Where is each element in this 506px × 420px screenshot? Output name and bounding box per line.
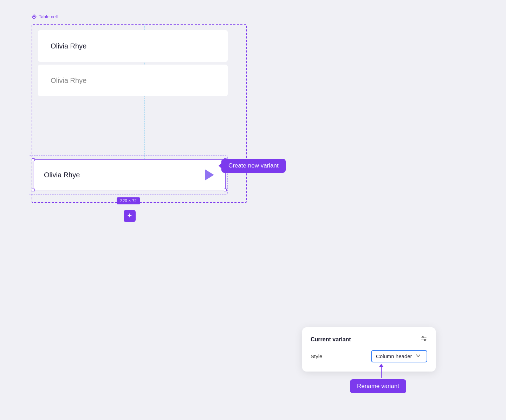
row-3-text: Olivia Rhye bbox=[44, 171, 80, 179]
selected-row[interactable]: Olivia Rhye bbox=[33, 159, 226, 190]
svg-rect-1 bbox=[33, 15, 35, 18]
rename-variant-tooltip: Rename variant bbox=[350, 379, 406, 393]
diamond-icon bbox=[32, 14, 37, 19]
canvas-area: Table cell Olivia Rhye Olivia Rhye Olivi… bbox=[32, 24, 257, 228]
variant-panel: Current variant Style Column header bbox=[302, 327, 436, 372]
play-icon bbox=[205, 169, 214, 181]
handle-bottom-left[interactable] bbox=[32, 189, 35, 191]
row-2-text: Olivia Rhye bbox=[51, 77, 86, 85]
variant-panel-title: Current variant bbox=[311, 336, 351, 343]
arrow-head-icon bbox=[379, 364, 384, 367]
svg-point-5 bbox=[424, 339, 426, 341]
create-variant-tooltip: Create new variant bbox=[221, 159, 286, 173]
add-button[interactable]: + bbox=[124, 210, 136, 222]
style-dropdown-value: Column header bbox=[376, 353, 412, 359]
arrow-line bbox=[381, 367, 382, 378]
sliders-icon[interactable] bbox=[420, 335, 427, 344]
table-row-1: Olivia Rhye bbox=[38, 30, 228, 62]
table-rows: Olivia Rhye Olivia Rhye bbox=[38, 30, 240, 96]
svg-point-3 bbox=[422, 336, 423, 338]
table-row-2: Olivia Rhye bbox=[38, 65, 228, 96]
dimension-badge: 320 × 72 bbox=[117, 197, 140, 204]
variant-style-row: Style Column header bbox=[311, 350, 427, 362]
chevron-down-icon bbox=[416, 353, 421, 359]
table-cell-label: Table cell bbox=[32, 14, 58, 19]
handle-top-left[interactable] bbox=[32, 158, 35, 161]
selected-row-wrapper[interactable]: Olivia Rhye bbox=[33, 159, 226, 190]
variant-panel-header: Current variant bbox=[311, 335, 427, 344]
style-dropdown[interactable]: Column header bbox=[371, 350, 427, 362]
handle-bottom-right[interactable] bbox=[224, 189, 227, 191]
row-1-text: Olivia Rhye bbox=[51, 42, 86, 50]
add-icon: + bbox=[128, 212, 132, 219]
rename-arrow-container bbox=[379, 364, 384, 378]
style-label: Style bbox=[311, 353, 322, 359]
